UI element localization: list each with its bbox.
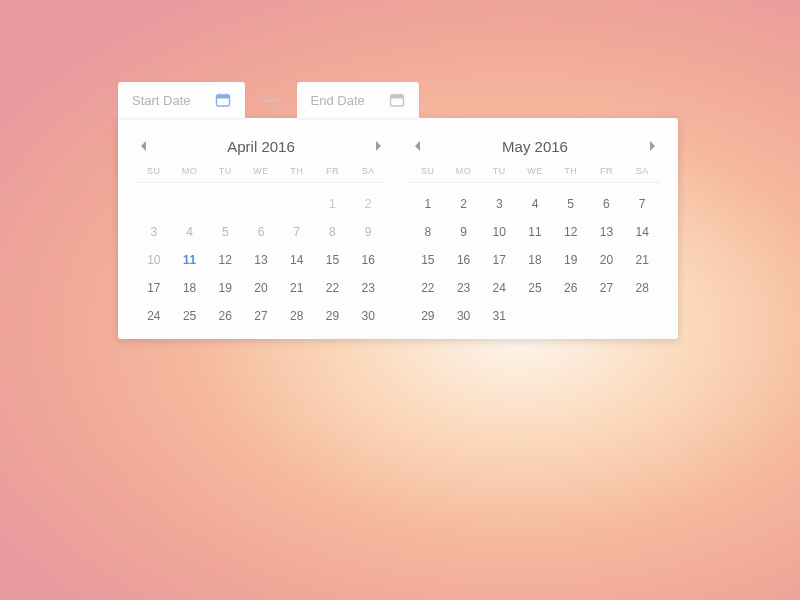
prev-month-icon[interactable] [410,136,426,156]
next-month-icon[interactable] [370,136,386,156]
day-cell[interactable]: 18 [517,253,553,267]
day-cell[interactable]: 17 [481,253,517,267]
day-cell[interactable]: 27 [589,281,625,295]
day-cell[interactable]: 11 [517,225,553,239]
dow-label: TU [481,166,517,176]
day-cell[interactable]: 28 [624,281,660,295]
day-cell[interactable]: 24 [136,309,172,323]
day-cell[interactable]: 13 [243,253,279,267]
dow-label: MO [172,166,208,176]
tab-separator: — [245,91,297,109]
day-cell[interactable]: 8 [410,225,446,239]
day-grid: 1234567891011121314151617181920212223242… [410,183,660,323]
day-cell[interactable]: 22 [410,281,446,295]
day-cell[interactable]: 6 [243,225,279,239]
day-cell[interactable]: 6 [589,197,625,211]
day-cell[interactable]: 23 [446,281,482,295]
dow-label: FR [589,166,625,176]
day-cell[interactable]: 7 [624,197,660,211]
day-cell[interactable]: 26 [207,309,243,323]
day-cell[interactable]: 14 [279,253,315,267]
dow-label: WE [243,166,279,176]
day-cell[interactable]: 16 [446,253,482,267]
day-cell[interactable]: 21 [279,281,315,295]
day-cell[interactable]: 15 [410,253,446,267]
day-cell[interactable]: 30 [350,309,386,323]
day-cell[interactable]: 1 [410,197,446,211]
dow-label: FR [315,166,351,176]
dow-label: SU [136,166,172,176]
dow-label: MO [446,166,482,176]
date-range-picker: Start Date — End Date April 2016 SUMOTUW… [118,82,678,339]
day-cell[interactable]: 9 [446,225,482,239]
dow-label: TH [279,166,315,176]
day-cell[interactable]: 16 [350,253,386,267]
day-cell[interactable]: 10 [136,253,172,267]
prev-month-icon[interactable] [136,136,152,156]
day-cell[interactable]: 10 [481,225,517,239]
start-date-label: Start Date [132,93,191,108]
day-cell[interactable]: 28 [279,309,315,323]
day-cell[interactable]: 22 [315,281,351,295]
day-cell[interactable]: 24 [481,281,517,295]
day-cell[interactable]: 23 [350,281,386,295]
day-cell[interactable]: 3 [136,225,172,239]
end-date-label: End Date [311,93,365,108]
day-cell[interactable]: 2 [446,197,482,211]
day-cell[interactable]: 7 [279,225,315,239]
svg-rect-2 [219,94,220,97]
day-cell[interactable]: 12 [207,253,243,267]
day-cell[interactable]: 19 [207,281,243,295]
dow-row: SUMOTUWETHFRSA [410,166,660,183]
calendar-panel: April 2016 SUMOTUWETHFRSA000001234567891… [118,118,678,339]
day-cell[interactable]: 21 [624,253,660,267]
dow-label: TH [553,166,589,176]
day-cell[interactable]: 20 [243,281,279,295]
svg-rect-1 [216,95,229,99]
day-cell[interactable]: 26 [553,281,589,295]
day-cell[interactable]: 11 [172,253,208,267]
end-date-tab[interactable]: End Date [297,82,419,118]
day-grid: 0000012345678910111213141516171819202122… [136,183,386,323]
dow-row: SUMOTUWETHFRSA [136,166,386,183]
month-header: April 2016 [136,132,386,166]
next-month-icon[interactable] [644,136,660,156]
day-cell[interactable]: 31 [481,309,517,323]
day-cell[interactable]: 4 [517,197,553,211]
day-cell[interactable]: 4 [172,225,208,239]
day-cell[interactable]: 27 [243,309,279,323]
calendar-month: May 2016 SUMOTUWETHFRSA12345678910111213… [410,132,660,323]
day-cell[interactable]: 14 [624,225,660,239]
day-cell[interactable]: 20 [589,253,625,267]
start-date-tab[interactable]: Start Date [118,82,245,118]
day-cell[interactable]: 5 [207,225,243,239]
calendar-month: April 2016 SUMOTUWETHFRSA000001234567891… [136,132,386,323]
calendar-icon [215,92,231,108]
day-cell[interactable]: 30 [446,309,482,323]
day-cell[interactable]: 8 [315,225,351,239]
day-cell[interactable]: 29 [410,309,446,323]
calendar-icon [389,92,405,108]
day-cell[interactable]: 25 [517,281,553,295]
day-cell[interactable]: 25 [172,309,208,323]
svg-rect-6 [393,94,394,97]
day-cell[interactable]: 1 [315,197,351,211]
month-header: May 2016 [410,132,660,166]
day-cell[interactable]: 13 [589,225,625,239]
svg-rect-7 [399,94,400,97]
day-cell[interactable]: 9 [350,225,386,239]
dow-label: TU [207,166,243,176]
tabs-row: Start Date — End Date [118,82,678,118]
day-cell[interactable]: 15 [315,253,351,267]
dow-label: SA [350,166,386,176]
dow-label: SU [410,166,446,176]
day-cell[interactable]: 17 [136,281,172,295]
day-cell[interactable]: 12 [553,225,589,239]
day-cell[interactable]: 2 [350,197,386,211]
day-cell[interactable]: 18 [172,281,208,295]
day-cell[interactable]: 3 [481,197,517,211]
day-cell[interactable]: 5 [553,197,589,211]
day-cell[interactable]: 19 [553,253,589,267]
day-cell[interactable]: 29 [315,309,351,323]
dow-label: SA [624,166,660,176]
